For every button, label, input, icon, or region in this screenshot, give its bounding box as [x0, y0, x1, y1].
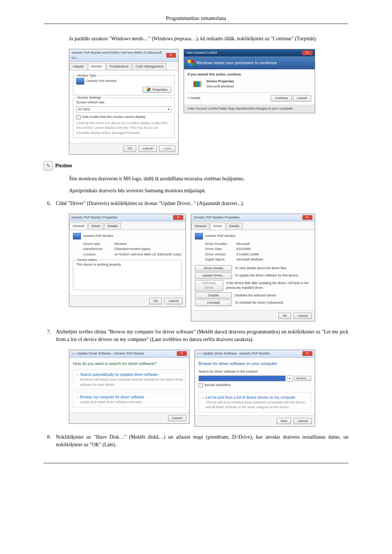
wizard-option-browse-label: Browse my computer for driver software [80, 395, 144, 399]
disable-button[interactable]: Disable [195, 292, 232, 299]
cancel-button[interactable]: Cancel [139, 145, 157, 152]
tab-driver[interactable]: Driver [210, 223, 225, 230]
uac-banner: Windows needs your permission to contion… [184, 57, 315, 69]
location-key: Location: [83, 252, 112, 257]
device-name: Generic PnP Monitor [205, 234, 235, 239]
refresh-rate-label: Screen refresh rate: [76, 100, 171, 105]
properties-button[interactable]: Properties [143, 87, 171, 93]
props-general-tabs: General Driver Details [69, 221, 185, 230]
cancel-button[interactable]: Cancel [294, 418, 312, 424]
props-general-dialog: Generic PnP Monitor Properties ✕ General… [69, 214, 186, 307]
step-6: 6. Cilnē "Driver" (Draiveris) noklikšķin… [44, 200, 348, 207]
close-icon[interactable]: ✕ [302, 215, 313, 220]
monitor-dialog-titlebar: Generic PnP Monitor and NVIDIA GeForce 6… [69, 49, 178, 62]
back-icon[interactable]: ⟵ [72, 352, 77, 355]
include-subfolders-checkbox[interactable]: ✓ [199, 383, 203, 387]
wizard-option-auto[interactable]: → Search automatically for updated drive… [73, 369, 185, 390]
location-value: on NVIDIA GeForce 6600 LE (Microsoft Cor… [114, 252, 181, 257]
monitor-icon [73, 233, 81, 239]
continue-button[interactable]: Continue [271, 95, 292, 102]
tab-adapter[interactable]: Adapter [69, 63, 87, 70]
tab-details[interactable]: Details [226, 223, 243, 230]
shield-icon [188, 60, 194, 66]
close-icon[interactable]: ✕ [173, 215, 183, 220]
device-status-group: Device status This device is working pro… [73, 260, 182, 290]
back-icon[interactable]: ⟵ [197, 352, 203, 355]
monitor-dialog-body: Monitor Type Generic PnP Monitor Propert… [69, 70, 178, 143]
cancel-button[interactable]: Cancel [168, 415, 186, 422]
device-status-label: Device status [76, 258, 98, 263]
device-type-value: Monitors [114, 242, 127, 247]
tab-driver[interactable]: Driver [88, 223, 103, 230]
close-icon[interactable]: ✕ [302, 50, 313, 55]
refresh-rate-select[interactable]: 60 Hertz▾ [76, 106, 171, 113]
cancel-button[interactable]: Cancel [293, 95, 311, 102]
ok-button[interactable]: OK [149, 298, 162, 304]
wizard-option-pick[interactable]: → Let me pick from a list of device driv… [199, 392, 311, 413]
cancel-button[interactable]: Cancel [164, 298, 183, 304]
close-icon[interactable]: ✕ [166, 53, 176, 58]
browse-button[interactable]: Browse... [294, 376, 311, 381]
uac-titlebar: User Account Control ✕ [184, 49, 315, 57]
wizard-search-titlebar: ⟵ Update Driver Software - Generic PnP M… [69, 350, 189, 358]
props-driver-body: Generic PnP Monitor Driver Provider:Micr… [191, 230, 315, 310]
chevron-down-icon[interactable]: ▾ [287, 376, 293, 382]
wizard-browse-dialog: ⟵ Update Driver Software - Generic PnP M… [195, 350, 315, 427]
props-general-footer: OK Cancel [69, 295, 185, 307]
update-driver-button[interactable]: Update Driver... [195, 272, 232, 279]
uac-title: User Account Control [186, 50, 217, 56]
wizard-search-footer: Cancel [69, 413, 189, 424]
device-status-text: This device is working properly. [76, 262, 179, 267]
cancel-button[interactable]: Cancel [294, 313, 312, 319]
step-7-number: 7. [44, 328, 51, 343]
tab-general[interactable]: General [69, 223, 87, 230]
monitor-settings-group: Monitor Settings Screen refresh rate: 60… [73, 98, 175, 138]
wizard-browse-footer: Next Cancel [195, 415, 315, 427]
tab-general[interactable]: General [191, 223, 209, 230]
page: Programmatūras izmantošana Ja parādās uz… [44, 15, 348, 463]
driver-version-value: 6.0.6000.16386 [236, 252, 259, 257]
props-general-titlebar: Generic PnP Monitor Properties ✕ [69, 214, 185, 222]
tab-troubleshoot[interactable]: Troubleshoot [106, 63, 132, 70]
next-button[interactable]: Next [277, 418, 291, 424]
note-line-1: Šim monitora draiverim ir MS logo, tādēļ… [69, 175, 348, 182]
page-header: Programmatūras izmantošana [44, 15, 348, 24]
tab-details[interactable]: Details [104, 223, 121, 230]
disable-desc: Disables the selected device. [235, 293, 277, 298]
digital-signer-value: microsoft windows [236, 257, 263, 262]
step-7-text: Atzīmējiet izvēles rūtiņu "Browse my com… [56, 328, 348, 343]
hide-modes-checkbox[interactable]: ✓ [76, 115, 81, 119]
monitor-tabs: Adapter Monitor Troubleshoot Color Manag… [69, 62, 178, 70]
close-icon[interactable]: ✕ [177, 351, 187, 356]
ok-button[interactable]: OK [278, 313, 291, 319]
uac-details-toggle[interactable]: ▾ Details [188, 96, 200, 101]
props-driver-dialog: Generic PnP Monitor Properties ✕ General… [191, 214, 315, 322]
wizard-option-browse[interactable]: → Browse my computer for driver software… [73, 392, 185, 407]
uninstall-button[interactable]: Uninstall [195, 300, 232, 306]
wizard-browse-titlebar: ⟵ Update Driver Software - Generic PnP M… [195, 350, 315, 358]
intro-paragraph: Ja parādās uzraksts "Windows needs…" (Wi… [69, 35, 348, 42]
tab-color-management[interactable]: Color Management [132, 63, 167, 70]
close-icon[interactable]: ✕ [302, 351, 313, 356]
shield-icon [147, 88, 150, 91]
wizard-browse-title: Update Driver Software - Generic PnP Mon… [203, 352, 270, 355]
tab-monitor[interactable]: Monitor [88, 63, 106, 70]
manufacturer-key: Manufacturer: [83, 247, 112, 252]
apply-button[interactable]: Apply [159, 145, 175, 152]
rollback-driver-button[interactable]: Roll Back Driver [195, 280, 223, 291]
monitor-type-label: Monitor Type [76, 73, 97, 78]
wizard-location-input[interactable] [199, 376, 286, 381]
monitor-dialog-title: Generic PnP Monitor and NVIDIA GeForce 6… [72, 50, 166, 60]
monitor-dialog-footer: OK Cancel Apply [69, 143, 178, 154]
step-6-number: 6. [44, 200, 51, 207]
wizard-option-browse-desc: Locate and install driver software manua… [80, 400, 183, 405]
uac-vendor: Microsoft Windows [207, 84, 234, 89]
driver-details-button[interactable]: Driver Details [195, 265, 232, 272]
wizard-option-pick-desc: This list will show installed driver sof… [205, 400, 309, 410]
props-general-title: Generic PnP Monitor Properties [72, 215, 118, 220]
uac-footer: User Account Control helps stop unauthor… [184, 104, 315, 113]
monitor-name: Generic PnP Monitor [86, 79, 117, 83]
chevron-down-icon: ▾ [168, 107, 170, 112]
monitor-settings-label: Monitor Settings [76, 95, 102, 100]
ok-button[interactable]: OK [123, 145, 136, 152]
